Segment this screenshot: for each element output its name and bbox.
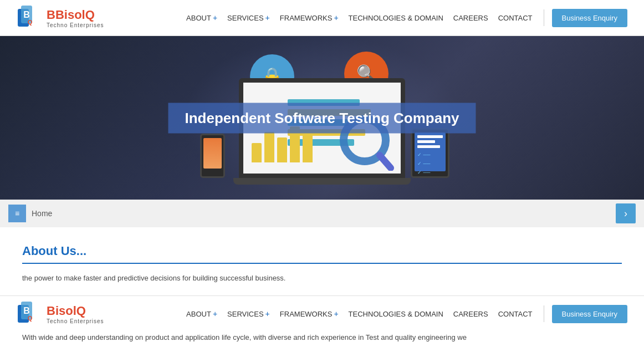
- svg-text:Q: Q: [28, 19, 33, 26]
- footer-logo-sub: Techno Enterprises: [47, 318, 104, 324]
- footer-logo-icon: B Q: [17, 300, 43, 327]
- about-plus-icon: +: [213, 13, 217, 22]
- about-section: About Us... the power to make faster and…: [0, 227, 644, 295]
- header: B Q BBisolQ Techno Enterprises ABOUT + S…: [0, 0, 644, 36]
- footer-logo[interactable]: B Q BisolQ Techno Enterprises: [17, 300, 104, 327]
- enquiry-button[interactable]: Business Enquiry: [552, 9, 627, 27]
- footer-nav-divider: [544, 305, 544, 322]
- footer-nav-contact[interactable]: CONTACT: [495, 308, 536, 320]
- logo-icon: B Q: [17, 4, 43, 31]
- nav-about[interactable]: ABOUT +: [183, 11, 221, 24]
- footer-services-plus-icon: +: [265, 309, 270, 318]
- hero-title: Independent Software Testing Company: [168, 103, 476, 133]
- footer-logo-main: BisolQ: [47, 304, 104, 318]
- footer-main-nav: ABOUT + SERVICES + FRAMEWORKS + TECHNOLO…: [183, 305, 627, 323]
- breadcrumb-bar: ≡ Home ›: [0, 200, 644, 227]
- services-plus-icon: +: [265, 13, 270, 22]
- tablet-illustration: ✓ ──✓ ──✓ ──: [411, 128, 449, 178]
- nav-tech-domain[interactable]: TECHNOLOGIES & DOMAIN: [345, 12, 447, 24]
- breadcrumb-next-arrow[interactable]: ›: [616, 203, 636, 223]
- nav-frameworks[interactable]: FRAMEWORKS +: [277, 11, 342, 24]
- svg-text:B: B: [23, 10, 30, 19]
- footer-about-plus-icon: +: [213, 309, 217, 318]
- nav-services[interactable]: SERVICES +: [224, 11, 273, 24]
- footer-enquiry-button[interactable]: Business Enquiry: [552, 305, 627, 323]
- footer-nav-tech-domain[interactable]: TECHNOLOGIES & DOMAIN: [345, 308, 447, 320]
- footer-nav-frameworks[interactable]: FRAMEWORKS +: [277, 307, 342, 320]
- svg-line-5: [380, 155, 391, 168]
- about-para2: With wide and deep understanding on prod…: [22, 332, 622, 344]
- breadcrumb-icon: ≡: [8, 205, 26, 222]
- nav-divider: [544, 9, 544, 26]
- svg-text:Q: Q: [28, 315, 33, 322]
- breadcrumb-home[interactable]: Home: [32, 209, 52, 218]
- about-title: About Us...: [22, 244, 622, 264]
- footer-frameworks-plus-icon: +: [334, 309, 338, 318]
- footer-nav-services[interactable]: SERVICES +: [224, 307, 273, 320]
- main-nav: ABOUT + SERVICES + FRAMEWORKS + TECHNOLO…: [183, 9, 627, 27]
- footer-nav-careers[interactable]: CAREERS: [450, 308, 492, 320]
- footer-nav-about[interactable]: ABOUT +: [183, 307, 221, 320]
- nav-contact[interactable]: CONTACT: [495, 12, 536, 24]
- logo-sub-text: Techno Enterprises: [47, 22, 104, 28]
- footer-nav: B Q BisolQ Techno Enterprises ABOUT + SE…: [0, 295, 644, 332]
- frameworks-plus-icon: +: [334, 13, 338, 22]
- about-section-extra: With wide and deep understanding on prod…: [0, 332, 644, 355]
- svg-text:B: B: [23, 306, 30, 315]
- phone-illustration: [200, 134, 225, 178]
- about-para1: the power to make faster and predictive …: [22, 272, 622, 284]
- logo-main-text: BBisolQ: [47, 8, 104, 22]
- logo[interactable]: B Q BBisolQ Techno Enterprises: [17, 4, 104, 31]
- hero-section: 🔒 🔍: [0, 36, 644, 200]
- nav-careers[interactable]: CAREERS: [450, 12, 492, 24]
